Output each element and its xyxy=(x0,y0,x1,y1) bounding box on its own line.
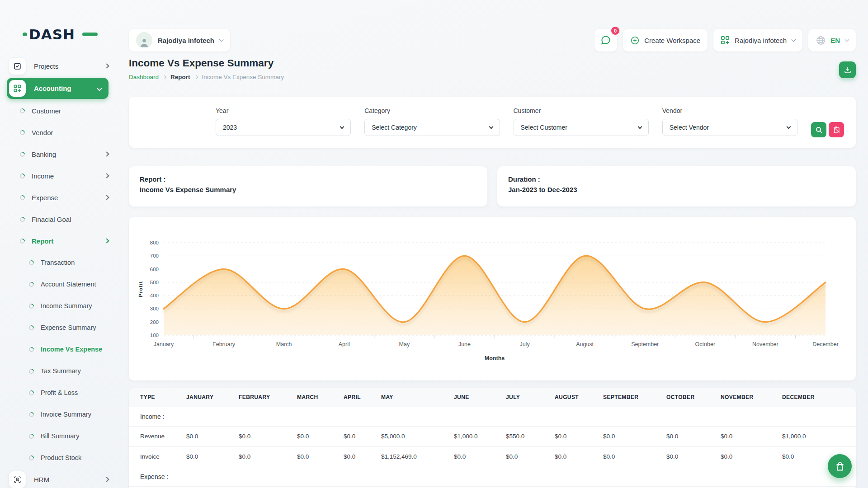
sidebar-item-product-stock[interactable]: Product Stock xyxy=(0,447,117,469)
sidebar-item-hrm[interactable]: HRM xyxy=(0,469,117,488)
globe-icon xyxy=(816,35,826,46)
language-selector[interactable]: EN xyxy=(808,29,856,52)
sidebar-item-income-summary[interactable]: Income Summary xyxy=(0,295,117,317)
sidebar-item-projects[interactable]: Projects xyxy=(0,55,117,77)
breadcrumb-report[interactable]: Report xyxy=(170,74,190,80)
download-button[interactable] xyxy=(839,61,856,78)
sidebar-item-vendor[interactable]: Vendor xyxy=(0,122,117,143)
customer-select[interactable]: Select Customer xyxy=(514,119,649,136)
main-content: Rajodiya infotech 0 Create Workspace xyxy=(117,0,868,488)
sidebar-item-income-vs-expense[interactable]: Income Vs Expense xyxy=(0,338,117,360)
column-header: MAY xyxy=(381,388,454,407)
breadcrumb-current: Income Vs Expense Summary xyxy=(202,74,284,80)
cell-value: $1,152,469.0 xyxy=(381,446,454,467)
download-icon xyxy=(844,66,852,74)
bullet-icon xyxy=(28,411,35,418)
svg-text:200: 200 xyxy=(150,319,159,325)
sidebar-item-banking[interactable]: Banking xyxy=(0,143,117,165)
cell-value: $0.0 xyxy=(555,426,603,446)
chevron-right-icon xyxy=(104,173,109,178)
create-workspace-button[interactable]: Create Workspace xyxy=(623,29,708,52)
create-workspace-label: Create Workspace xyxy=(644,37,700,44)
search-button[interactable] xyxy=(811,122,826,137)
chevron-down-icon xyxy=(792,38,796,42)
sidebar-item-account-statement[interactable]: Account Statement xyxy=(0,273,117,295)
duration-summary-card: Duration : Jan-2023 to Dec-2023 xyxy=(497,166,856,206)
breadcrumb-dashboard[interactable]: Dashboard xyxy=(129,74,159,80)
svg-text:400: 400 xyxy=(150,293,159,298)
sidebar-item-expense-summary[interactable]: Expense Summary xyxy=(0,317,117,338)
sidebar-item-bill-summary[interactable]: Bill Summary xyxy=(0,425,117,447)
sidebar-item-label: Income Summary xyxy=(41,302,92,310)
cart-fab-button[interactable] xyxy=(828,454,852,478)
duration-label: Duration : xyxy=(508,174,845,184)
chevron-right-icon xyxy=(163,75,166,79)
sidebar-item-transaction[interactable]: Transaction xyxy=(0,252,117,273)
cell-value: $0.0 xyxy=(603,446,666,467)
cell-value: $0.0 xyxy=(454,446,506,467)
cell-value: $0.0 xyxy=(666,446,721,467)
cell-value: $0.0 xyxy=(186,446,239,467)
sidebar-item-profit-loss[interactable]: Profit & Loss xyxy=(0,382,117,404)
vendor-value: Select Vendor xyxy=(670,124,709,131)
svg-text:Months: Months xyxy=(485,355,505,361)
category-select[interactable]: Select Category xyxy=(364,119,500,136)
svg-text:August: August xyxy=(576,341,594,347)
cell-value: $5,000.0 xyxy=(381,426,454,446)
person-icon xyxy=(138,37,150,48)
sidebar-item-expense[interactable]: Expense xyxy=(0,187,117,208)
row-type: Invoice xyxy=(129,446,186,467)
svg-text:April: April xyxy=(339,341,350,347)
sidebar-item-accounting[interactable]: Accounting xyxy=(7,78,108,99)
bullet-icon xyxy=(19,107,26,114)
chevron-right-icon xyxy=(104,477,109,482)
bullet-icon xyxy=(28,324,35,331)
topbar-right: 0 Create Workspace Rajodiya infotech xyxy=(594,29,856,52)
cell-value: $0.0 xyxy=(239,426,297,446)
chevron-down-icon xyxy=(97,86,102,91)
bullet-icon xyxy=(19,216,26,222)
sidebar-item-income[interactable]: Income xyxy=(0,165,117,187)
cell-value: $0.0 xyxy=(297,446,344,467)
svg-text:100: 100 xyxy=(150,333,159,338)
page-title: Income Vs Expense Summary xyxy=(129,57,284,69)
sidebar-item-label: Report xyxy=(32,237,53,245)
sidebar-item-invoice-summary[interactable]: Invoice Summary xyxy=(0,404,117,425)
cell-value: $0.0 xyxy=(344,446,381,467)
customer-value: Select Customer xyxy=(521,124,567,131)
filter-card: Year 2023 Category Select Category Custo… xyxy=(129,97,856,148)
svg-text:February: February xyxy=(212,341,236,347)
brand-logo[interactable]: DASH xyxy=(29,26,92,44)
column-header: JULY xyxy=(506,388,555,407)
messages-button[interactable]: 0 xyxy=(594,29,617,52)
vendor-select[interactable]: Select Vendor xyxy=(662,119,797,136)
svg-text:May: May xyxy=(399,341,410,347)
sidebar-item-label: Banking xyxy=(32,150,56,158)
workspace-selector[interactable]: Rajodiya infotech xyxy=(129,29,230,52)
chat-bubble-icon xyxy=(600,34,612,46)
bullet-icon xyxy=(28,389,35,396)
vendor-filter: Vendor Select Vendor xyxy=(662,107,797,136)
category-filter: Category Select Category xyxy=(364,107,500,136)
income-expense-table-card: TYPEJANUARYFEBRUARYMARCHAPRILMAYJUNEJULY… xyxy=(129,388,856,488)
sidebar-item-finacial-goal[interactable]: Finacial Goal xyxy=(0,208,117,230)
year-select[interactable]: 2023 xyxy=(216,119,351,136)
company-selector[interactable]: Rajodiya infotech xyxy=(713,29,802,52)
cell-value: $0.0 xyxy=(666,426,721,446)
cell-value: $550.0 xyxy=(506,426,555,446)
svg-text:700: 700 xyxy=(150,253,159,258)
reset-filter-button[interactable] xyxy=(829,122,844,137)
sidebar-item-tax-summary[interactable]: Tax Summary xyxy=(0,360,117,382)
sidebar-nav: ProjectsAccountingCustomerVendorBankingI… xyxy=(0,55,117,488)
chevron-down-icon xyxy=(787,125,791,129)
year-value: 2023 xyxy=(223,124,237,131)
cell-value: $0.0 xyxy=(721,426,782,446)
sidebar-item-report[interactable]: Report xyxy=(0,230,117,252)
sidebar-item-label: Customer xyxy=(32,107,61,115)
profit-area-chart[interactable]: 100200300400500600700800JanuaryFebruaryM… xyxy=(129,217,856,380)
sidebar-item-customer[interactable]: Customer xyxy=(0,100,117,122)
cell-value: $1,000.0 xyxy=(782,426,856,446)
customer-label: Customer xyxy=(514,107,649,114)
section-label: Income : xyxy=(129,407,856,426)
svg-text:800: 800 xyxy=(150,240,159,245)
